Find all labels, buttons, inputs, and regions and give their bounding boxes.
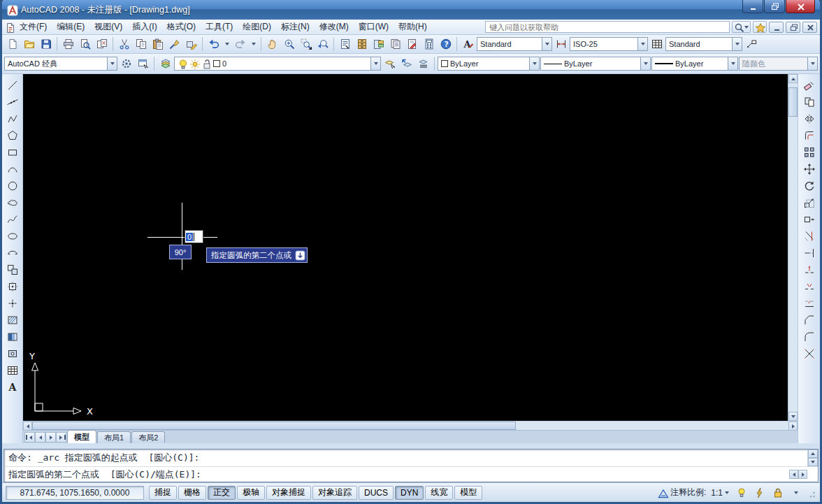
spline-button[interactable] — [4, 211, 21, 227]
my-workspace-button[interactable] — [135, 56, 151, 72]
multiline-text-button[interactable]: A — [4, 379, 21, 395]
toggle-otrack[interactable]: 对象追踪 — [312, 486, 357, 500]
first-tab-button[interactable] — [24, 432, 35, 442]
plot-style-combo[interactable]: 随颜色 — [739, 57, 818, 71]
copy-button[interactable] — [133, 36, 149, 52]
workspace-combo[interactable]: AutoCAD 经典 — [4, 57, 117, 71]
annotation-autoscale-button[interactable] — [752, 486, 767, 500]
menu-file[interactable]: 文件(F) — [15, 19, 52, 35]
toggle-polar[interactable]: 极轴 — [237, 486, 265, 500]
zoom-realtime-button[interactable] — [281, 36, 297, 52]
next-tab-button[interactable] — [45, 432, 56, 442]
menu-window[interactable]: 窗口(W) — [354, 19, 394, 35]
toggle-model-space[interactable]: 模型 — [454, 486, 482, 500]
vertical-scroll-track[interactable] — [788, 83, 798, 412]
designcenter-button[interactable] — [354, 36, 370, 52]
open-button[interactable] — [21, 36, 37, 52]
construction-line-button[interactable] — [4, 94, 21, 110]
rotate-button[interactable] — [801, 178, 818, 194]
autocad-app-icon[interactable] — [7, 5, 17, 15]
horizontal-scrollbar[interactable] — [23, 421, 798, 430]
menu-tools[interactable]: 工具(T) — [201, 19, 238, 35]
table-style-manager-button[interactable] — [649, 36, 665, 52]
markup-set-manager-button[interactable] — [404, 36, 420, 52]
layer-states-manager-button[interactable] — [415, 56, 431, 72]
sheet-set-manager-button[interactable] — [387, 36, 403, 52]
move-button[interactable] — [801, 161, 818, 177]
layer-properties-manager-button[interactable] — [157, 56, 173, 72]
join-button[interactable] — [801, 295, 818, 311]
explode-button[interactable] — [801, 345, 818, 361]
save-button[interactable] — [38, 36, 54, 52]
menu-modify[interactable]: 修改(M) — [315, 19, 354, 35]
trim-button[interactable] — [801, 228, 818, 244]
toggle-ortho[interactable]: 正交 — [208, 486, 236, 500]
coordinates-display[interactable]: 871.6745, 1075.1650, 0.0000 — [6, 486, 144, 500]
tab-layout2[interactable]: 布局2 — [131, 431, 165, 443]
revision-cloud-button[interactable] — [4, 194, 21, 210]
menu-format[interactable]: 格式(O) — [162, 19, 201, 35]
insert-block-button[interactable] — [4, 261, 21, 278]
resize-grip[interactable] — [807, 486, 816, 500]
minimize-button[interactable] — [742, 0, 763, 13]
erase-button[interactable] — [801, 77, 818, 93]
redo-menu-button[interactable] — [249, 36, 258, 52]
point-button[interactable] — [4, 295, 21, 311]
tab-model[interactable]: 模型 — [67, 430, 96, 443]
rectangle-button[interactable] — [4, 144, 21, 160]
make-object-layer-current-button[interactable] — [382, 56, 398, 72]
zoom-previous-button[interactable] — [315, 36, 331, 52]
mdi-restore-button[interactable] — [786, 22, 800, 33]
redo-button[interactable] — [232, 36, 248, 52]
mirror-button[interactable] — [801, 110, 818, 127]
properties-button[interactable] — [337, 36, 353, 52]
vertical-scrollbar[interactable] — [788, 74, 798, 421]
annotation-scale-selector[interactable]: 1:1 — [709, 486, 731, 500]
extend-button[interactable] — [801, 245, 818, 261]
mdi-close-button[interactable] — [802, 22, 817, 33]
toggle-lwt[interactable]: 线宽 — [425, 486, 453, 500]
menu-view[interactable]: 视图(V) — [89, 19, 127, 35]
fillet-button[interactable] — [801, 329, 818, 345]
break-at-point-button[interactable] — [801, 261, 818, 278]
toggle-dyn[interactable]: DYN — [395, 486, 424, 500]
block-editor-button[interactable] — [183, 36, 199, 52]
vertical-scroll-thumb[interactable] — [788, 87, 798, 117]
drawing-canvas[interactable]: 0 90° 指定圆弧的第二个点或 Y — [23, 74, 788, 421]
toolbar-lock-button[interactable] — [770, 486, 786, 500]
quickcalc-button[interactable] — [421, 36, 437, 52]
lineweight-combo[interactable]: ByLayer — [651, 57, 738, 71]
text-style-combo[interactable]: Standard — [477, 37, 552, 51]
mdi-minimize-button[interactable] — [769, 22, 784, 33]
help-button[interactable]: ? — [438, 36, 454, 52]
linetype-combo[interactable]: ByLayer — [540, 57, 651, 71]
region-button[interactable] — [4, 345, 21, 361]
plot-button[interactable] — [60, 36, 76, 52]
menu-help[interactable]: 帮助(H) — [394, 19, 432, 35]
scroll-down-button[interactable] — [788, 412, 798, 421]
restore-button[interactable] — [764, 0, 785, 13]
pan-button[interactable] — [264, 36, 280, 52]
polyline-button[interactable] — [4, 110, 21, 127]
favorites-button[interactable] — [753, 21, 767, 33]
ellipse-button[interactable] — [4, 228, 21, 244]
polygon-button[interactable] — [4, 127, 21, 143]
annotation-visibility-button[interactable] — [734, 486, 749, 500]
toggle-ducs[interactable]: DUCS — [359, 486, 394, 500]
command-input[interactable]: 指定圆弧的第二个点或 [圆心(C)/端点(E)]: — [4, 466, 818, 482]
ellipse-arc-button[interactable] — [4, 245, 21, 261]
scroll-up-button[interactable] — [788, 74, 798, 83]
workspace-settings-button[interactable] — [118, 56, 134, 72]
command-scroll-right-button[interactable] — [798, 470, 807, 479]
table-style-combo[interactable]: Standard — [665, 37, 742, 51]
drawing-file-icon[interactable] — [5, 22, 15, 32]
toggle-snap[interactable]: 捕捉 — [149, 486, 177, 500]
color-combo[interactable]: ByLayer — [438, 57, 540, 71]
break-button[interactable] — [801, 278, 818, 294]
layer-combo[interactable]: 0 — [174, 57, 381, 71]
gradient-button[interactable] — [4, 329, 21, 345]
stretch-button[interactable] — [801, 211, 818, 227]
zoom-window-button[interactable] — [298, 36, 314, 52]
undo-button[interactable] — [206, 36, 222, 52]
horizontal-scroll-track[interactable] — [32, 422, 788, 430]
